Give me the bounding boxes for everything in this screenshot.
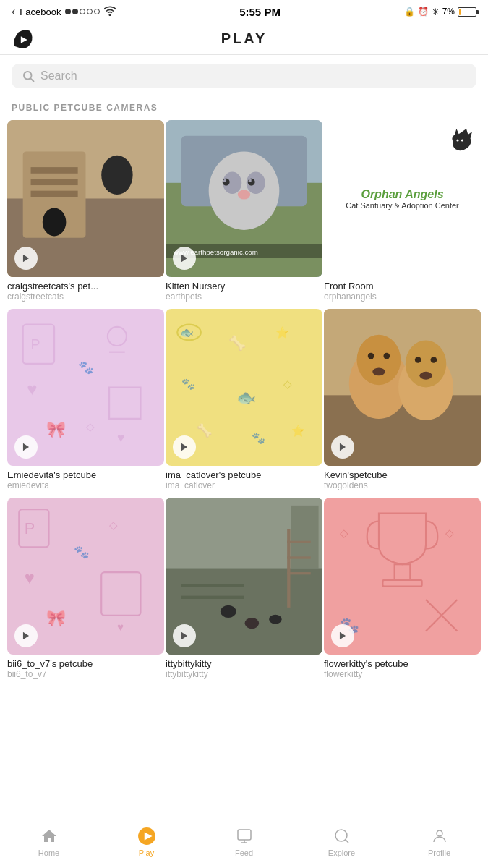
nav-item-explore[interactable]: Explore	[293, 821, 390, 857]
camera-owner: orphanangels	[324, 292, 481, 302]
svg-point-25	[461, 139, 463, 141]
status-right: 🔒 ⏰ ✳ 7%	[404, 7, 476, 17]
camera-item[interactable]: P ♥ 🐾 ◇ 🎀 ♥ Emiedevita's petcube emi	[7, 309, 164, 496]
camera-item[interactable]: P ♥ 🐾 ◇ 🎀 ♥ bii6_to_v7's petcube bii6_to…	[7, 498, 164, 685]
nav-item-play[interactable]: Play	[98, 821, 195, 857]
nav-item-home[interactable]: Home	[0, 821, 98, 857]
svg-point-74	[221, 605, 236, 618]
search-bar[interactable]: Search	[12, 64, 476, 88]
play-button[interactable]	[173, 247, 196, 270]
camera-thumbnail: 🐟 🦴 ⭐ 🐾 🐟 ◇ 🦴 🐾 ⭐	[166, 309, 322, 466]
svg-line-96	[345, 839, 348, 842]
svg-text:◇: ◇	[340, 527, 348, 539]
camera-item[interactable]: Kevin'spetcube twogoldens	[324, 309, 481, 496]
nav-label-play: Play	[139, 848, 154, 857]
svg-point-9	[101, 156, 132, 195]
camera-name: ittybittykitty	[166, 658, 322, 669]
svg-rect-7	[31, 179, 78, 185]
svg-text:◇: ◇	[85, 420, 94, 433]
camera-item[interactable]: craigstreetcats's pet... craigstreetcats	[7, 120, 164, 307]
battery-icon	[458, 7, 476, 17]
svg-point-56	[372, 367, 385, 375]
play-button[interactable]	[173, 435, 196, 459]
camera-item[interactable]: 🐟 🦴 ⭐ 🐾 🐟 ◇ 🦴 🐾 ⭐ ima_catlover's petcub	[166, 309, 322, 496]
search-container: Search	[0, 55, 488, 97]
feed-icon	[235, 827, 254, 846]
camera-item[interactable]: 🐾 ◇ ◇ flowerkitty's petcube flowerkitty	[324, 498, 481, 685]
camera-owner: twogoldens	[324, 480, 481, 490]
camera-name: Kevin'spetcube	[324, 469, 481, 480]
play-button[interactable]	[331, 624, 354, 647]
svg-marker-11	[23, 255, 29, 263]
camera-owner: flowerkitty	[324, 669, 481, 679]
svg-point-53	[383, 353, 390, 359]
svg-text:♥: ♥	[117, 430, 124, 445]
svg-line-2	[30, 78, 33, 81]
camera-name: Front Room	[324, 281, 481, 292]
camera-item[interactable]: ◕ ◕ www.earthpetsorganic.com Kitten Nurs…	[166, 120, 322, 307]
section-label: PUBLIC PETCUBE CAMERAS	[0, 97, 488, 120]
camera-thumbnail: 🐾 ◇ ◇	[324, 498, 481, 655]
explore-icon	[333, 827, 351, 846]
svg-marker-89	[340, 632, 346, 640]
svg-text:◇: ◇	[283, 378, 292, 390]
svg-rect-80	[287, 572, 311, 574]
play-button[interactable]	[331, 435, 354, 459]
search-placeholder: Search	[40, 69, 77, 82]
app-logo	[12, 27, 35, 51]
camera-owner: emiedevita	[7, 480, 164, 490]
svg-text:🐾: 🐾	[181, 377, 195, 391]
camera-name: Kitten Nursery	[166, 281, 322, 292]
header: PLAY	[0, 23, 488, 55]
svg-text:⭐: ⭐	[291, 424, 305, 438]
svg-marker-45	[181, 443, 187, 451]
bluetooth-icon: ✳	[432, 7, 440, 17]
svg-text:🎀: 🎀	[46, 420, 67, 439]
svg-rect-79	[287, 556, 311, 558]
svg-point-51	[406, 340, 446, 387]
svg-point-95	[335, 830, 347, 841]
svg-marker-67	[23, 632, 29, 640]
svg-text:♥: ♥	[117, 621, 124, 633]
camera-thumbnail	[324, 309, 481, 466]
svg-rect-8	[31, 191, 78, 197]
svg-text:🦴: 🦴	[228, 334, 247, 352]
svg-text:P: P	[25, 519, 35, 537]
camera-thumbnail: P ♥ 🐾 ◇ 🎀 ♥	[7, 498, 164, 655]
svg-text:🐾: 🐾	[78, 359, 94, 375]
nav-item-profile[interactable]: Profile	[390, 821, 488, 857]
home-icon	[40, 827, 59, 846]
svg-point-76	[269, 615, 281, 624]
svg-point-24	[456, 139, 458, 141]
camera-thumbnail: Orphan Angels Cat Santuary & Adoption Ce…	[324, 120, 481, 277]
wifi-icon	[104, 6, 116, 18]
svg-point-75	[245, 618, 260, 629]
play-button[interactable]	[14, 624, 38, 647]
camera-owner: earthpets	[166, 292, 322, 302]
camera-item[interactable]: ittybittykitty ittybittykitty	[166, 498, 322, 685]
camera-name: flowerkitty's petcube	[324, 658, 481, 669]
svg-text:🎀: 🎀	[46, 608, 67, 628]
svg-text:◕: ◕	[247, 176, 255, 187]
camera-thumbnail	[7, 120, 164, 277]
svg-rect-83	[382, 580, 421, 587]
svg-rect-65	[101, 572, 140, 616]
camera-item[interactable]: Orphan Angels Cat Santuary & Adoption Ce…	[324, 120, 481, 307]
svg-text:🐾: 🐾	[74, 544, 90, 560]
camera-name: Emiedevita's petcube	[7, 469, 164, 480]
camera-owner: craigstreetcats	[7, 292, 164, 302]
play-button[interactable]	[14, 247, 38, 270]
svg-marker-58	[340, 443, 346, 451]
alarm-icon: ⏰	[418, 7, 429, 17]
svg-rect-82	[395, 564, 411, 580]
bottom-nav: Home Play Feed Explore	[0, 809, 488, 868]
svg-text:♥: ♥	[27, 379, 37, 399]
svg-text:🐾: 🐾	[252, 431, 265, 445]
camera-thumbnail: ◕ ◕ www.earthpetsorganic.com	[166, 120, 322, 277]
play-button[interactable]	[173, 624, 196, 647]
svg-text:🐟: 🐟	[236, 388, 257, 407]
nav-item-feed[interactable]: Feed	[195, 821, 293, 857]
svg-rect-72	[181, 584, 244, 587]
play-button[interactable]	[14, 435, 38, 459]
status-time: 5:55 PM	[239, 6, 281, 18]
